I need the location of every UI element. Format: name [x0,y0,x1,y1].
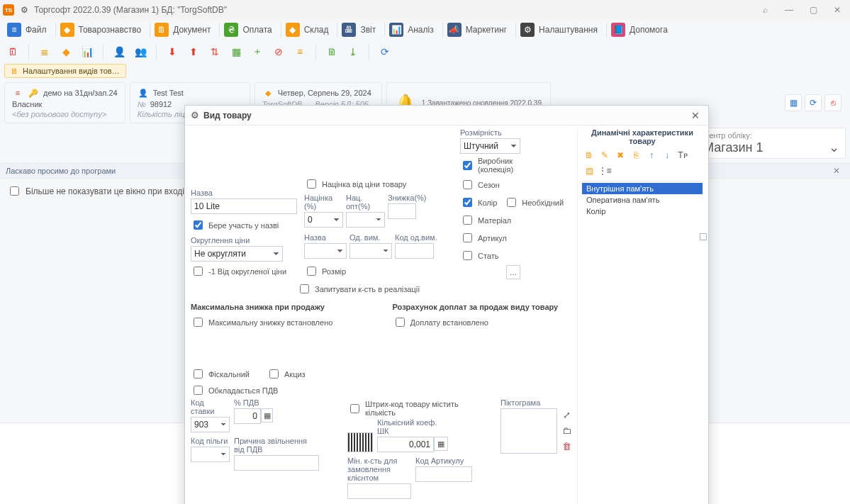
right-item-1[interactable]: Оперативна пам'ять [582,194,703,206]
input-name[interactable] [191,198,297,214]
chk-color[interactable]: Колір [460,196,497,209]
menu-warehouse[interactable]: ◆Склад [283,21,336,39]
right-scrollbar[interactable] [700,233,707,361]
select-benefit[interactable] [191,447,230,462]
select-name2[interactable] [304,243,347,259]
chk-material[interactable]: Матеріал [460,213,520,227]
menu-payment[interactable]: ₴Оплата [221,21,279,39]
menu-report-label: Звіт [360,25,376,35]
add-doc-icon[interactable]: 🗎 [582,148,596,162]
calc-button[interactable]: ▦ [261,408,273,422]
text-icon[interactable]: Tᴘ [676,148,690,162]
chk-gender[interactable]: Стать [460,249,520,262]
input-vat[interactable] [234,408,261,424]
chk-season[interactable]: Сезон [460,178,520,191]
input-article-code[interactable] [415,466,472,482]
tool-forbid[interactable]: ⊘ [270,43,287,60]
maximize-button[interactable]: ▢ [803,3,823,17]
input-unit-code[interactable] [395,243,434,259]
open-tab-settings[interactable]: 🗎 Налаштування видів тов… [4,64,126,78]
chk-take-part[interactable]: Бере участь у назві [191,218,297,232]
right-item-0[interactable]: Внутрішня пам'ять [582,183,703,194]
label-exempt: Причина звільнення від ПДВ [234,437,319,454]
menu-marketing[interactable]: 📣Маркетинг [444,21,514,39]
tool-grid[interactable]: ▦ [228,43,245,60]
tool-doc[interactable]: 🗎 [323,43,340,60]
right-item-2[interactable]: Колір [582,206,703,217]
tool-chart[interactable]: 📊 [79,43,96,60]
list-icon[interactable]: ▤ [582,164,596,178]
tool-user[interactable]: 👤 [111,43,128,60]
search-icon[interactable]: ⌕ [755,3,775,17]
surcharge-title: Розрахунок доплат за продаж виду товару [393,303,574,311]
menu-help[interactable]: 📘Допомога [608,21,675,39]
select-wholesale[interactable] [346,212,385,228]
select-markup[interactable]: 0 [304,212,343,228]
chk-barcode-qty[interactable]: Штрих-код товару містить кількість [347,400,472,417]
input-qty-coef[interactable] [377,437,434,452]
main-menu: ≡Файл ◆Товарознавство 🗎Документ ₴Оплата … [0,20,850,40]
chk-markup-from-price[interactable]: Націнка від ціни товару [304,177,453,191]
menu-settings[interactable]: ⚙Налаштування [518,21,605,39]
layout-button[interactable]: ▦ [785,94,802,111]
tool-list[interactable]: ≣ [36,43,53,60]
gear-icon[interactable]: ⚙ [18,4,30,16]
tool-up[interactable]: ⬆ [185,43,202,60]
tool-stack[interactable]: ◆ [57,43,74,60]
select-dimension[interactable]: Штучний [460,138,520,154]
edit-doc-icon[interactable]: ✎ [598,148,612,162]
modal-close[interactable]: ✕ [688,110,703,121]
menu-report[interactable]: 🖶Звіт [339,21,383,39]
scroll-thumb[interactable] [700,233,707,240]
copy-doc-icon[interactable]: ⎘ [629,148,643,162]
minimize-button[interactable]: — [779,3,799,17]
tool-lines[interactable]: ≡ [291,43,308,60]
menu-goods[interactable]: ◆Товарознавство [57,21,149,39]
chk-excise[interactable]: Акциз [267,367,306,381]
input-min-qty[interactable] [347,483,411,499]
chk-surcharge[interactable]: Доплату встановлено [393,315,574,329]
menu-analysis[interactable]: 📊Аналіз [386,21,440,39]
tool-down[interactable]: ⬇ [164,43,181,60]
expand-icon[interactable]: ⤢ [560,408,573,421]
menu-document[interactable]: 🗎Документ [152,21,218,39]
refresh-button[interactable]: ⟳ [805,94,822,111]
folder-icon[interactable]: 🗀 [560,424,573,437]
bullets-icon[interactable]: ⋮≡ [598,164,612,178]
chk-ask-qty[interactable]: Запитувати к-сть в реалізації [297,282,573,296]
tool-swap[interactable]: ⇅ [206,43,223,60]
menu-file[interactable]: ≡Файл [4,21,54,39]
chk-max-discount[interactable]: Максимальну знижку встановлено [191,315,371,329]
welcome-check-input[interactable] [10,186,19,196]
trash-icon[interactable]: 🗑 [560,439,573,452]
chk-manufacturer[interactable]: Виробник (колекція) [460,157,520,174]
up-icon[interactable]: ↑ [644,148,659,162]
select-unit[interactable] [349,243,392,259]
select-rate[interactable]: 903 [191,417,230,432]
chk-from-rounded[interactable]: -1 Від округленої ціни [191,264,297,278]
input-exempt[interactable] [234,455,319,471]
chk-vat[interactable]: Обкладається ПДВ [191,383,573,397]
close-button[interactable]: ✕ [827,3,847,17]
calc2-button[interactable]: ▦ [434,437,448,451]
tool-calendar[interactable]: 🗓 [4,43,21,60]
label-vat: % ПДВ [234,398,273,407]
tool-users[interactable]: 👥 [132,43,149,60]
down-icon[interactable]: ↓ [660,148,674,162]
tool-refresh[interactable]: ⟳ [376,43,393,60]
select-rounding[interactable]: Не округляти [191,246,283,262]
chk-necessary[interactable]: Необхідний [504,196,564,209]
exit-button[interactable]: ⎋ [824,94,841,111]
tool-export[interactable]: ⤓ [345,43,362,60]
chk-size[interactable]: Розмір [304,264,453,278]
del-doc-icon[interactable]: ✖ [613,148,627,162]
input-discount[interactable] [388,203,416,219]
accounting-center[interactable]: Центр обліку: Магазин 1⌄ [697,128,846,159]
chk-fiscal[interactable]: Фіскальний [191,367,250,381]
tool-add[interactable]: ＋ [249,43,266,60]
welcome-close[interactable]: ✕ [829,166,844,176]
chk-article[interactable]: Артикул [460,231,520,245]
menu-analysis-label: Аналіз [408,25,433,35]
more-button[interactable]: … [506,265,520,279]
separator [281,23,281,37]
